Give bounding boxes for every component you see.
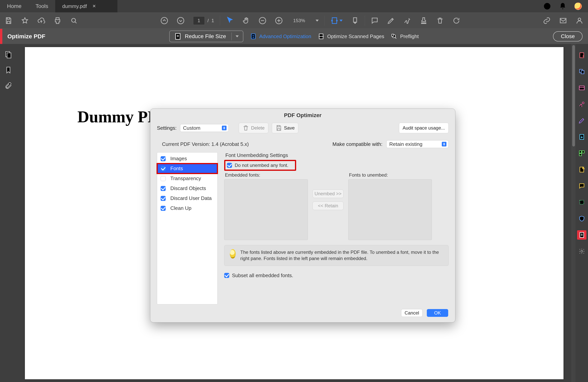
link-icon[interactable] xyxy=(543,17,551,24)
page-sep: / xyxy=(208,18,209,23)
comment-icon[interactable] xyxy=(371,17,378,24)
pdf-optimizer-dialog: PDF Optimizer Settings: Custom Delete Sa… xyxy=(150,108,455,322)
fit-page-icon[interactable] xyxy=(351,17,359,24)
category-label: Clean Up xyxy=(170,205,191,211)
fit-dropdown-icon[interactable] xyxy=(339,20,343,21)
save-icon[interactable] xyxy=(5,17,12,24)
page-number-input[interactable] xyxy=(193,16,205,25)
preflight-label: Preflight xyxy=(400,33,419,40)
category-checkbox[interactable] xyxy=(161,186,166,191)
zoom-dropdown-icon[interactable] xyxy=(315,20,319,21)
user-avatar[interactable] xyxy=(574,2,582,10)
category-checkbox[interactable] xyxy=(161,196,166,201)
advanced-optimization-button[interactable]: Advanced Optimization xyxy=(250,33,311,40)
do-not-unembed-label: Do not unembed any font. xyxy=(235,163,288,168)
audit-space-label: Audit space usage... xyxy=(403,125,445,131)
category-row[interactable]: Images xyxy=(157,154,217,164)
reduce-file-size-button[interactable]: Reduce File Size xyxy=(169,31,243,42)
category-checkbox[interactable] xyxy=(161,206,166,211)
highlight-icon[interactable] xyxy=(387,17,395,24)
category-row[interactable]: Discard User Data xyxy=(157,193,217,203)
category-list: ImagesFontsTransparencyDiscard ObjectsDi… xyxy=(157,152,218,304)
tab-document[interactable]: dummy.pdf ✕ xyxy=(55,0,117,12)
vertical-scrollbar[interactable] xyxy=(572,44,576,382)
category-row[interactable]: Discard Objects xyxy=(157,183,217,193)
settings-save-button[interactable]: Save xyxy=(272,123,298,133)
help-icon[interactable] xyxy=(543,2,551,10)
reduce-dropdown-icon[interactable] xyxy=(235,35,239,37)
pdf-version-text: Current PDF Version: 1.4 (Acrobat 5.x) xyxy=(162,141,249,147)
tool-more-icon[interactable] xyxy=(577,247,587,256)
tool-organize-icon[interactable] xyxy=(577,149,587,158)
scanned-label: Optimize Scanned Pages xyxy=(327,33,384,40)
stamp-icon[interactable] xyxy=(420,17,428,24)
tab-close-icon[interactable]: ✕ xyxy=(92,4,96,9)
hand-tool-icon[interactable] xyxy=(242,17,250,24)
compat-select[interactable]: Retain existing xyxy=(386,140,449,148)
svg-point-0 xyxy=(544,3,550,9)
tool-protect-icon[interactable] xyxy=(577,214,587,223)
attachment-icon[interactable] xyxy=(4,82,12,89)
tool-combine-icon[interactable] xyxy=(577,67,587,76)
trash-icon[interactable] xyxy=(436,17,444,24)
print-icon[interactable] xyxy=(54,17,62,24)
retain-button[interactable]: << Retain xyxy=(313,202,344,210)
tool-create-pdf-icon[interactable] xyxy=(577,51,587,60)
mail-icon[interactable] xyxy=(559,17,567,24)
embedded-fonts-listbox[interactable] xyxy=(224,179,308,240)
settings-select[interactable]: Custom xyxy=(180,124,229,132)
fit-width-icon[interactable] xyxy=(331,17,338,24)
cancel-button[interactable]: Cancel xyxy=(401,309,422,317)
bookmark-icon[interactable] xyxy=(4,66,12,74)
tool-export-icon[interactable] xyxy=(577,132,587,142)
do-not-unembed-checkbox[interactable] xyxy=(227,163,232,168)
embedded-fonts-header: Embedded fonts: xyxy=(224,172,308,178)
optimize-scanned-button[interactable]: Optimize Scanned Pages xyxy=(318,33,384,40)
preflight-button[interactable]: Preflight xyxy=(391,33,419,40)
cloud-upload-icon[interactable] xyxy=(37,17,45,24)
fonts-to-unembed-listbox[interactable] xyxy=(348,179,432,240)
find-icon[interactable] xyxy=(70,17,78,24)
category-row[interactable]: Transparency xyxy=(157,173,217,183)
tab-home[interactable]: Home xyxy=(0,0,29,12)
bell-icon[interactable] xyxy=(559,2,567,10)
tool-edit-pdf-icon[interactable] xyxy=(577,83,587,93)
page-indicator: / 1 xyxy=(193,16,214,25)
thumbnails-icon[interactable] xyxy=(4,51,12,58)
category-checkbox[interactable] xyxy=(161,156,166,161)
settings-delete-button[interactable]: Delete xyxy=(239,123,268,133)
tool-scan-icon[interactable] xyxy=(577,198,587,207)
category-checkbox[interactable] xyxy=(161,176,166,181)
tool-request-sig-icon[interactable] xyxy=(577,100,587,109)
page-down-icon[interactable] xyxy=(177,17,185,24)
zoom-value[interactable]: 153% xyxy=(293,18,305,23)
page-up-icon[interactable] xyxy=(160,17,168,24)
tool-fill-sign-icon[interactable] xyxy=(577,116,587,125)
select-tool-icon[interactable] xyxy=(226,16,234,24)
category-row[interactable]: Fonts xyxy=(157,164,217,173)
sign-icon[interactable] xyxy=(403,17,411,24)
star-icon[interactable] xyxy=(21,17,29,24)
tool-send-comments-icon[interactable] xyxy=(577,165,587,174)
scanned-icon xyxy=(318,33,325,40)
tool-optimize-icon[interactable] xyxy=(577,230,587,240)
tool-comment-icon[interactable] xyxy=(577,181,587,191)
unembed-button[interactable]: Unembed >> xyxy=(313,190,344,198)
toolbar-separator xyxy=(220,16,220,26)
account-icon[interactable] xyxy=(576,17,583,24)
category-label: Fonts xyxy=(170,166,183,171)
do-not-unembed-row[interactable]: Do not unembed any font. xyxy=(224,160,296,171)
ok-button[interactable]: OK xyxy=(427,309,448,317)
tab-tools[interactable]: Tools xyxy=(29,0,55,12)
svg-point-29 xyxy=(581,251,583,252)
save-icon xyxy=(275,125,282,131)
category-row[interactable]: Clean Up xyxy=(157,203,217,213)
audit-space-button[interactable]: Audit space usage... xyxy=(399,123,449,133)
zoom-in-icon[interactable] xyxy=(275,17,283,24)
zoom-out-icon[interactable] xyxy=(259,17,266,24)
rotate-icon[interactable] xyxy=(452,17,460,24)
svg-rect-14 xyxy=(392,34,394,36)
category-checkbox[interactable] xyxy=(161,166,166,171)
subset-all-checkbox[interactable] xyxy=(224,273,229,278)
optimize-close-button[interactable]: Close xyxy=(553,31,583,42)
